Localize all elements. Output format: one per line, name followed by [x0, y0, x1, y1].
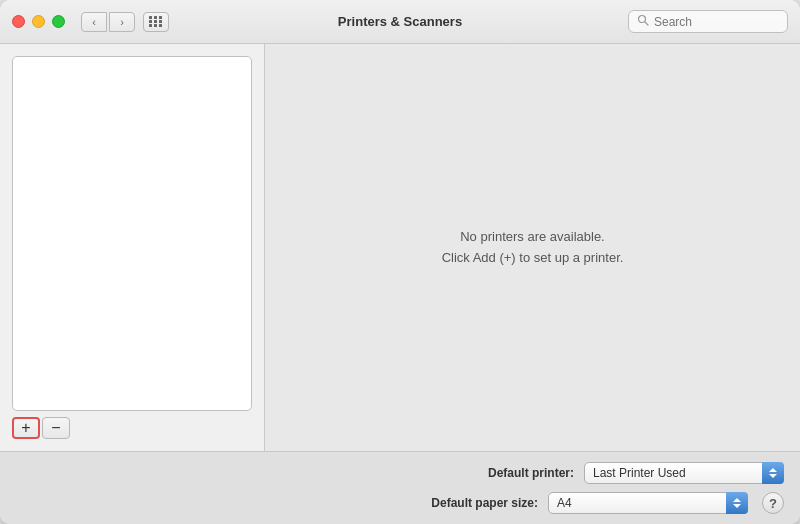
- maximize-button[interactable]: [52, 15, 65, 28]
- sidebar: + −: [0, 44, 265, 451]
- grid-icon: [149, 16, 163, 27]
- forward-button[interactable]: ›: [109, 12, 135, 32]
- empty-message: No printers are available. Click Add (+)…: [442, 227, 624, 269]
- default-paper-select[interactable]: A4: [548, 492, 748, 514]
- nav-buttons: ‹ ›: [81, 12, 135, 32]
- empty-line1: No printers are available.: [442, 227, 624, 248]
- search-input[interactable]: [654, 15, 779, 29]
- back-button[interactable]: ‹: [81, 12, 107, 32]
- remove-printer-button[interactable]: −: [42, 417, 70, 439]
- detail-area: No printers are available. Click Add (+)…: [265, 44, 800, 451]
- default-paper-label: Default paper size:: [431, 496, 538, 510]
- chevron-right-icon: ›: [120, 16, 124, 28]
- svg-line-1: [645, 22, 648, 25]
- printer-list: [12, 56, 252, 411]
- chevron-left-icon: ‹: [92, 16, 96, 28]
- minus-icon: −: [51, 419, 60, 437]
- window: ‹ › Printers & Scanners: [0, 0, 800, 524]
- search-icon: [637, 14, 649, 29]
- question-mark-icon: ?: [769, 496, 777, 511]
- grid-view-button[interactable]: [143, 12, 169, 32]
- titlebar: ‹ › Printers & Scanners: [0, 0, 800, 44]
- bottom-bar: Default printer: Last Printer Used Defau…: [0, 451, 800, 524]
- default-printer-label: Default printer:: [488, 466, 574, 480]
- minimize-button[interactable]: [32, 15, 45, 28]
- default-printer-select[interactable]: Last Printer Used: [584, 462, 784, 484]
- sidebar-toolbar: + −: [12, 417, 252, 439]
- add-printer-button[interactable]: +: [12, 417, 40, 439]
- default-paper-row: Default paper size: A4 ?: [16, 492, 784, 514]
- traffic-lights: [12, 15, 65, 28]
- default-printer-row: Default printer: Last Printer Used: [16, 462, 784, 484]
- window-title: Printers & Scanners: [338, 14, 462, 29]
- empty-line2: Click Add (+) to set up a printer.: [442, 248, 624, 269]
- search-box[interactable]: [628, 10, 788, 33]
- plus-icon: +: [21, 419, 30, 437]
- main-content: + − No printers are available. Click Add…: [0, 44, 800, 451]
- help-button[interactable]: ?: [762, 492, 784, 514]
- default-printer-select-wrapper: Last Printer Used: [584, 462, 784, 484]
- close-button[interactable]: [12, 15, 25, 28]
- default-paper-select-wrapper: A4: [548, 492, 748, 514]
